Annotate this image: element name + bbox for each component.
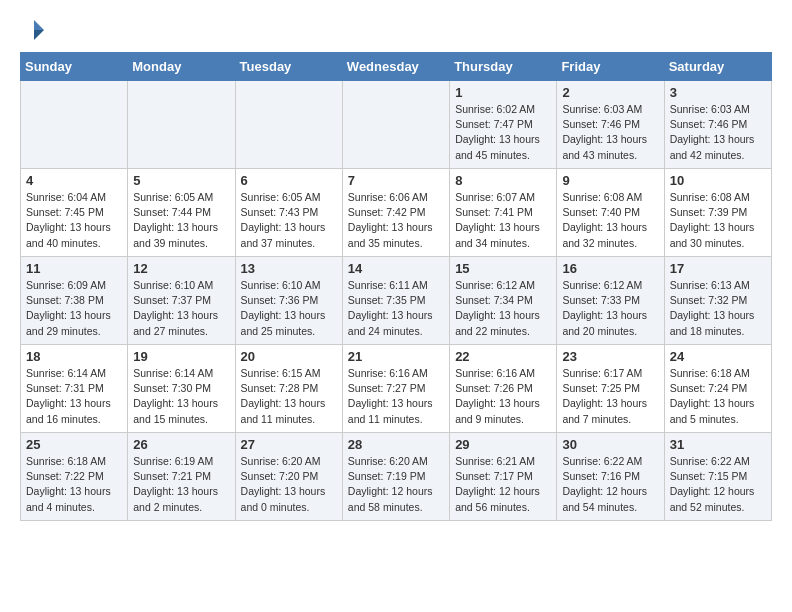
cell-line: Sunrise: 6:02 AM xyxy=(455,103,535,115)
cell-line: Sunset: 7:43 PM xyxy=(241,206,319,218)
cell-line: Sunset: 7:40 PM xyxy=(562,206,640,218)
calendar-cell: 29Sunrise: 6:21 AMSunset: 7:17 PMDayligh… xyxy=(450,433,557,521)
calendar-cell: 14Sunrise: 6:11 AMSunset: 7:35 PMDayligh… xyxy=(342,257,449,345)
cell-content: Sunrise: 6:12 AMSunset: 7:33 PMDaylight:… xyxy=(562,278,658,339)
day-number: 12 xyxy=(133,261,229,276)
cell-content: Sunrise: 6:03 AMSunset: 7:46 PMDaylight:… xyxy=(670,102,766,163)
cell-line: and 54 minutes. xyxy=(562,501,637,513)
cell-content: Sunrise: 6:15 AMSunset: 7:28 PMDaylight:… xyxy=(241,366,337,427)
calendar-cell: 6Sunrise: 6:05 AMSunset: 7:43 PMDaylight… xyxy=(235,169,342,257)
calendar-week-row: 25Sunrise: 6:18 AMSunset: 7:22 PMDayligh… xyxy=(21,433,772,521)
cell-line: Daylight: 13 hours xyxy=(133,397,218,409)
cell-line: Daylight: 13 hours xyxy=(562,309,647,321)
day-number: 6 xyxy=(241,173,337,188)
cell-line: Sunset: 7:25 PM xyxy=(562,382,640,394)
cell-line: and 16 minutes. xyxy=(26,413,101,425)
day-number: 29 xyxy=(455,437,551,452)
calendar-cell: 11Sunrise: 6:09 AMSunset: 7:38 PMDayligh… xyxy=(21,257,128,345)
cell-line: and 20 minutes. xyxy=(562,325,637,337)
cell-content: Sunrise: 6:17 AMSunset: 7:25 PMDaylight:… xyxy=(562,366,658,427)
day-number: 24 xyxy=(670,349,766,364)
calendar-week-row: 18Sunrise: 6:14 AMSunset: 7:31 PMDayligh… xyxy=(21,345,772,433)
cell-line: Daylight: 13 hours xyxy=(455,397,540,409)
cell-line: Daylight: 13 hours xyxy=(26,397,111,409)
cell-line: Daylight: 13 hours xyxy=(455,309,540,321)
cell-content: Sunrise: 6:14 AMSunset: 7:31 PMDaylight:… xyxy=(26,366,122,427)
calendar-cell: 4Sunrise: 6:04 AMSunset: 7:45 PMDaylight… xyxy=(21,169,128,257)
cell-line: Sunset: 7:34 PM xyxy=(455,294,533,306)
cell-line: Sunset: 7:45 PM xyxy=(26,206,104,218)
cell-content: Sunrise: 6:06 AMSunset: 7:42 PMDaylight:… xyxy=(348,190,444,251)
day-number: 13 xyxy=(241,261,337,276)
cell-line: Sunrise: 6:08 AM xyxy=(562,191,642,203)
calendar-cell: 10Sunrise: 6:08 AMSunset: 7:39 PMDayligh… xyxy=(664,169,771,257)
cell-line: Daylight: 13 hours xyxy=(562,133,647,145)
cell-line: Sunset: 7:44 PM xyxy=(133,206,211,218)
calendar-week-row: 4Sunrise: 6:04 AMSunset: 7:45 PMDaylight… xyxy=(21,169,772,257)
cell-line: Sunset: 7:24 PM xyxy=(670,382,748,394)
cell-line: Daylight: 13 hours xyxy=(241,221,326,233)
cell-content: Sunrise: 6:10 AMSunset: 7:37 PMDaylight:… xyxy=(133,278,229,339)
cell-content: Sunrise: 6:22 AMSunset: 7:15 PMDaylight:… xyxy=(670,454,766,515)
cell-line: Sunrise: 6:11 AM xyxy=(348,279,428,291)
calendar-cell: 25Sunrise: 6:18 AMSunset: 7:22 PMDayligh… xyxy=(21,433,128,521)
calendar-cell: 27Sunrise: 6:20 AMSunset: 7:20 PMDayligh… xyxy=(235,433,342,521)
cell-line: Daylight: 13 hours xyxy=(348,309,433,321)
cell-line: Sunset: 7:37 PM xyxy=(133,294,211,306)
svg-marker-0 xyxy=(34,20,44,30)
cell-line: Sunrise: 6:16 AM xyxy=(348,367,428,379)
day-number: 5 xyxy=(133,173,229,188)
cell-content: Sunrise: 6:07 AMSunset: 7:41 PMDaylight:… xyxy=(455,190,551,251)
day-number: 30 xyxy=(562,437,658,452)
cell-line: Daylight: 13 hours xyxy=(670,397,755,409)
calendar-header-row: SundayMondayTuesdayWednesdayThursdayFrid… xyxy=(21,53,772,81)
calendar-cell xyxy=(21,81,128,169)
day-number: 16 xyxy=(562,261,658,276)
cell-line: Sunrise: 6:04 AM xyxy=(26,191,106,203)
cell-line: Sunrise: 6:10 AM xyxy=(241,279,321,291)
day-header-wednesday: Wednesday xyxy=(342,53,449,81)
cell-line: and 15 minutes. xyxy=(133,413,208,425)
calendar-week-row: 1Sunrise: 6:02 AMSunset: 7:47 PMDaylight… xyxy=(21,81,772,169)
cell-line: and 42 minutes. xyxy=(670,149,745,161)
cell-line: and 39 minutes. xyxy=(133,237,208,249)
cell-content: Sunrise: 6:16 AMSunset: 7:27 PMDaylight:… xyxy=(348,366,444,427)
cell-line: Sunrise: 6:05 AM xyxy=(133,191,213,203)
cell-line: Daylight: 13 hours xyxy=(670,133,755,145)
cell-content: Sunrise: 6:09 AMSunset: 7:38 PMDaylight:… xyxy=(26,278,122,339)
cell-line: and 58 minutes. xyxy=(348,501,423,513)
cell-content: Sunrise: 6:05 AMSunset: 7:43 PMDaylight:… xyxy=(241,190,337,251)
calendar-cell: 24Sunrise: 6:18 AMSunset: 7:24 PMDayligh… xyxy=(664,345,771,433)
cell-content: Sunrise: 6:18 AMSunset: 7:22 PMDaylight:… xyxy=(26,454,122,515)
cell-line: Sunrise: 6:14 AM xyxy=(133,367,213,379)
cell-line: Sunset: 7:22 PM xyxy=(26,470,104,482)
cell-line: Sunrise: 6:22 AM xyxy=(670,455,750,467)
calendar-cell xyxy=(128,81,235,169)
day-number: 4 xyxy=(26,173,122,188)
day-number: 9 xyxy=(562,173,658,188)
cell-line: Sunset: 7:46 PM xyxy=(670,118,748,130)
cell-line: Daylight: 12 hours xyxy=(455,485,540,497)
cell-line: Sunset: 7:28 PM xyxy=(241,382,319,394)
cell-line: and 5 minutes. xyxy=(670,413,739,425)
cell-line: Sunset: 7:31 PM xyxy=(26,382,104,394)
cell-line: Daylight: 13 hours xyxy=(241,397,326,409)
calendar-cell xyxy=(342,81,449,169)
cell-line: and 24 minutes. xyxy=(348,325,423,337)
cell-line: Sunset: 7:38 PM xyxy=(26,294,104,306)
cell-line: and 18 minutes. xyxy=(670,325,745,337)
calendar-cell: 5Sunrise: 6:05 AMSunset: 7:44 PMDaylight… xyxy=(128,169,235,257)
svg-marker-1 xyxy=(34,30,44,40)
cell-line: Sunrise: 6:22 AM xyxy=(562,455,642,467)
cell-line: Daylight: 13 hours xyxy=(241,485,326,497)
cell-line: and 35 minutes. xyxy=(348,237,423,249)
calendar-cell: 26Sunrise: 6:19 AMSunset: 7:21 PMDayligh… xyxy=(128,433,235,521)
cell-line: Sunrise: 6:12 AM xyxy=(562,279,642,291)
cell-line: Sunrise: 6:16 AM xyxy=(455,367,535,379)
cell-line: Daylight: 13 hours xyxy=(562,397,647,409)
day-number: 27 xyxy=(241,437,337,452)
cell-line: Sunset: 7:15 PM xyxy=(670,470,748,482)
cell-line: Sunset: 7:42 PM xyxy=(348,206,426,218)
cell-line: and 2 minutes. xyxy=(133,501,202,513)
cell-line: Sunset: 7:35 PM xyxy=(348,294,426,306)
